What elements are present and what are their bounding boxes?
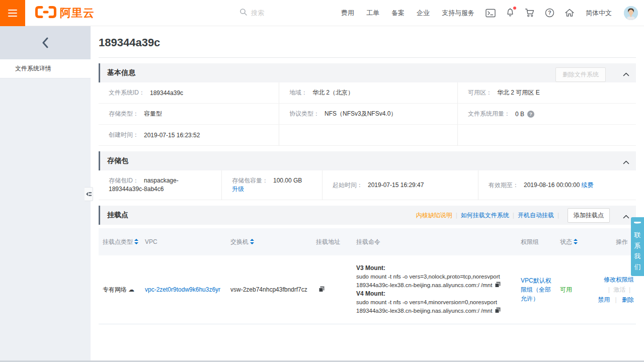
delete-action[interactable]: 删除 — [622, 296, 634, 303]
basic-info-header: 基本信息 删除文件系统 — [99, 63, 636, 82]
collapse-arrow-icon — [86, 192, 92, 197]
nav-item-billing[interactable]: 费用 — [341, 9, 354, 18]
user-avatar[interactable] — [624, 6, 638, 20]
cell-vswitch: vsw-2zeb74nhcp43fbndrf7cz — [226, 286, 312, 293]
auto-mount-link[interactable]: 开机自动挂载 — [518, 211, 554, 220]
mount-point-row: 专有网络☁ vpc-2zet0r9todw9k6hu3z6yr vsw-2zeb… — [99, 255, 636, 324]
search-input[interactable]: 搜索 — [239, 0, 264, 26]
notifications-bell-icon[interactable] — [506, 8, 515, 18]
storage-package-section: 存储包 存储包ID：naspackage-189344a39c-8ab4c6 存… — [99, 151, 636, 200]
main-content: 189344a39c 基本信息 删除文件系统 文件系统ID： 189344a39… — [91, 26, 644, 362]
search-placeholder: 搜索 — [251, 9, 264, 18]
cart-icon[interactable] — [525, 8, 535, 18]
usage-help-icon[interactable]: ? — [527, 111, 534, 118]
cell-permission-group: VPC默认权限组（全部允许） — [517, 276, 556, 303]
field-zone: 可用区： 华北 2 可用区 E — [457, 82, 636, 104]
cell-vpc: vpc-2zet0r9todw9k6hu3z6yr — [141, 286, 226, 293]
cell-mount-command: V3 Mount: sudo mount -t nfs -o vers=3,no… — [352, 264, 517, 315]
vpc-link[interactable]: vpc-2zet0r9todw9k6hu3z6yr — [145, 286, 220, 293]
chevron-left-icon — [42, 37, 49, 48]
notification-badge — [513, 7, 516, 10]
field-package-id: 存储包ID：naspackage-189344a39c-8ab4c6 — [99, 170, 221, 200]
add-mount-point-button[interactable]: 添加挂载点 — [568, 208, 610, 223]
kernel-defect-link[interactable]: 内核缺陷说明 — [416, 211, 452, 220]
how-to-mount-link[interactable]: 如何挂载文件系统 — [461, 211, 509, 220]
basic-info-collapse-button[interactable] — [623, 69, 629, 78]
field-create-time: 创建时间： 2019-07-15 16:23:52 — [99, 125, 279, 146]
sidebar-item-filesystem-detail[interactable]: 文件系统详情 — [0, 59, 91, 78]
sort-icon[interactable] — [134, 239, 138, 244]
mount-point-table: 挂载点类型 VPC 交换机 挂载地址 挂载命令 权限组 状态 操作 — [99, 228, 636, 324]
col-header-address: 挂载地址 — [312, 238, 352, 246]
help-icon[interactable]: ? — [545, 8, 554, 18]
cloudshell-icon[interactable] — [486, 9, 496, 18]
col-header-command: 挂载命令 — [352, 238, 517, 246]
field-filesystem-id: 文件系统ID： 189344a39c — [99, 82, 279, 104]
aliyun-logo-icon — [34, 5, 57, 21]
col-header-permission: 权限组 — [517, 238, 556, 246]
page-title: 189344a39c — [99, 36, 636, 58]
storage-package-grid: 存储包ID：naspackage-189344a39c-8ab4c6 存储包容量… — [99, 170, 636, 200]
modify-permission-action[interactable]: 修改权限组 — [604, 276, 634, 283]
field-protocol-type: 协议类型： NFS（NFSv3及NFSv4.0） — [279, 104, 457, 125]
field-storage-type: 存储类型： 容量型 — [99, 104, 279, 125]
mount-point-collapse-button[interactable] — [623, 212, 629, 221]
field-package-capacity: 存储包容量：100.00 GB 升级 — [221, 170, 322, 200]
storage-package-collapse-button[interactable] — [623, 157, 629, 166]
field-package-start: 起始时间：2019-07-15 16:29:47 — [322, 170, 478, 200]
page: 阿里云 搜索 费用 工单 备案 企业 支持与服务 — [0, 0, 644, 362]
basic-info-section: 基本信息 删除文件系统 文件系统ID： 189344a39c 地域： 华北 2（… — [99, 63, 636, 146]
empty-cell — [457, 125, 636, 146]
cell-status: 可用 — [556, 286, 594, 294]
nav-item-tickets[interactable]: 工单 — [366, 9, 379, 18]
mount-header-links: 内核缺陷说明 | 如何挂载文件系统 | 开机自动挂载 | 添加挂载点 — [416, 206, 610, 225]
contact-us-panel[interactable]: 联 系 我 们 — [631, 217, 644, 276]
upgrade-link[interactable]: 升级 — [232, 186, 244, 193]
basic-info-title: 基本信息 — [107, 68, 135, 77]
col-header-status[interactable]: 状态 — [556, 238, 594, 246]
copy-v3-command-icon[interactable] — [495, 282, 501, 288]
home-icon[interactable] — [565, 8, 575, 18]
status-badge: 可用 — [560, 286, 572, 293]
aliyun-logo[interactable]: 阿里云 — [34, 5, 95, 21]
chevron-up-icon — [623, 215, 629, 219]
sort-icon[interactable] — [250, 239, 254, 244]
svg-text:?: ? — [529, 111, 532, 117]
vpc-cloud-icon: ☁ — [128, 286, 134, 293]
nav-item-enterprise[interactable]: 企业 — [417, 9, 430, 18]
sort-icon[interactable] — [574, 239, 578, 244]
storage-package-title: 存储包 — [107, 156, 128, 165]
nav-item-support[interactable]: 支持与服务 — [442, 9, 474, 18]
sidebar-collapse-handle[interactable] — [85, 187, 93, 201]
sidebar-back-button[interactable] — [0, 26, 91, 59]
aliyun-logo-text: 阿里云 — [60, 6, 95, 21]
renew-link[interactable]: 续费 — [582, 182, 594, 189]
nav-item-icp[interactable]: 备案 — [391, 9, 405, 18]
activate-action[interactable]: 激活 — [613, 286, 625, 293]
disable-action[interactable]: 禁用 — [598, 296, 610, 303]
delete-filesystem-button[interactable]: 删除文件系统 — [555, 67, 606, 82]
table-header-row: 挂载点类型 VPC 交换机 挂载地址 挂载命令 权限组 状态 操作 — [99, 228, 636, 255]
cell-mount-type: 专有网络☁ — [99, 286, 141, 294]
basic-info-grid: 文件系统ID： 189344a39c 地域： 华北 2（北京） 可用区： 华北 … — [99, 82, 636, 146]
search-icon — [239, 8, 248, 18]
sidebar-item-label: 文件系统详情 — [15, 64, 51, 73]
mount-point-section: 挂载点 内核缺陷说明 | 如何挂载文件系统 | 开机自动挂载 | 添加挂载点 — [99, 206, 636, 324]
copy-v4-command-icon[interactable] — [495, 307, 501, 314]
storage-package-header: 存储包 — [99, 151, 636, 170]
mount-point-header: 挂载点 内核缺陷说明 | 如何挂载文件系统 | 开机自动挂载 | 添加挂载点 — [99, 206, 636, 225]
permission-group-link[interactable]: VPC默认权限组（全部允许） — [521, 277, 551, 302]
col-header-vpc: VPC — [141, 238, 226, 245]
col-header-type[interactable]: 挂载点类型 — [99, 238, 141, 246]
language-selector[interactable]: 简体中文 — [586, 9, 612, 18]
topnav-right: 费用 工单 备案 企业 支持与服务 ? 简体中文 — [335, 6, 644, 20]
hamburger-menu-button[interactable] — [0, 0, 25, 26]
chevron-up-icon — [623, 160, 629, 164]
col-header-vswitch[interactable]: 交换机 — [226, 238, 312, 246]
field-package-expire: 有效期至：2019-08-16 00:00:00 续费 — [478, 170, 636, 200]
contact-icon — [633, 221, 641, 230]
copy-address-icon[interactable] — [318, 286, 325, 293]
top-navbar: 阿里云 搜索 费用 工单 备案 企业 支持与服务 — [0, 0, 644, 26]
empty-cell — [279, 125, 457, 146]
cell-actions: 修改权限组 |激活| 禁用 | 删除 — [594, 275, 642, 305]
